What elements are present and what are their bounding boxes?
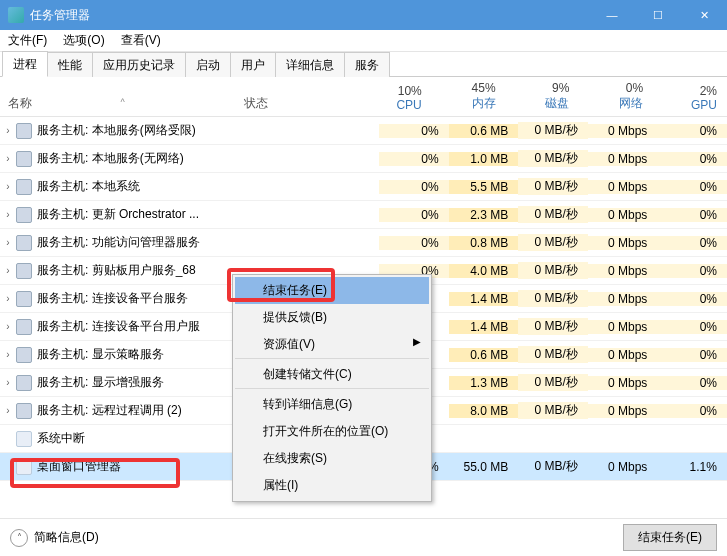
expand-icon[interactable]: › bbox=[0, 265, 16, 276]
network-value: 0 Mbps bbox=[588, 320, 658, 334]
network-value: 0 Mbps bbox=[588, 208, 658, 222]
window-title: 任务管理器 bbox=[30, 7, 589, 24]
memory-label: 内存 bbox=[472, 95, 496, 112]
tab-3[interactable]: 启动 bbox=[185, 52, 231, 77]
process-icon bbox=[16, 179, 32, 195]
tab-0[interactable]: 进程 bbox=[2, 51, 48, 77]
process-icon bbox=[16, 263, 32, 279]
context-menu-item[interactable]: 创建转储文件(C) bbox=[235, 361, 429, 389]
network-value: 0 Mbps bbox=[588, 124, 658, 138]
cpu-value: 0% bbox=[379, 236, 449, 250]
expand-icon[interactable]: › bbox=[0, 125, 16, 136]
context-menu-item[interactable]: 资源值(V)▶ bbox=[235, 331, 429, 359]
column-disk[interactable]: 9%磁盘 bbox=[506, 79, 580, 114]
context-menu-item[interactable]: 属性(I) bbox=[235, 472, 429, 499]
disk-value: 0 MB/秒 bbox=[518, 234, 588, 251]
expand-icon[interactable]: › bbox=[0, 293, 16, 304]
gpu-percent: 2% bbox=[700, 84, 717, 98]
process-name: 服务主机: 功能访问管理器服务 bbox=[37, 234, 263, 251]
column-status[interactable]: 状态 bbox=[242, 93, 358, 114]
expand-icon[interactable]: › bbox=[0, 377, 16, 388]
tab-1[interactable]: 性能 bbox=[47, 52, 93, 77]
memory-value: 8.0 MB bbox=[449, 404, 519, 418]
process-icon bbox=[16, 151, 32, 167]
process-row[interactable]: ›服务主机: 本地服务(无网络)0%1.0 MB0 MB/秒0 Mbps0% bbox=[0, 145, 727, 173]
submenu-arrow-icon: ▶ bbox=[413, 336, 421, 347]
memory-value: 0.6 MB bbox=[449, 348, 519, 362]
network-value: 0 Mbps bbox=[588, 292, 658, 306]
column-memory[interactable]: 45%内存 bbox=[432, 79, 506, 114]
disk-value: 0 MB/秒 bbox=[518, 290, 588, 307]
cpu-value: 0% bbox=[379, 124, 449, 138]
memory-value: 1.0 MB bbox=[449, 152, 519, 166]
sort-indicator-icon: ^ bbox=[120, 97, 121, 107]
tab-4[interactable]: 用户 bbox=[230, 52, 276, 77]
memory-percent: 45% bbox=[472, 81, 496, 95]
disk-percent: 9% bbox=[552, 81, 569, 95]
network-label: 网络 bbox=[619, 95, 643, 112]
column-headers: ^ 名称 状态 10%CPU 45%内存 9%磁盘 0%网络 2%GPU bbox=[0, 77, 727, 117]
gpu-value: 0% bbox=[657, 124, 727, 138]
expand-icon[interactable]: › bbox=[0, 237, 16, 248]
expand-icon[interactable]: › bbox=[0, 405, 16, 416]
context-menu-item[interactable]: 提供反馈(B) bbox=[235, 304, 429, 331]
memory-value: 1.4 MB bbox=[449, 320, 519, 334]
expand-icon[interactable]: › bbox=[0, 321, 16, 332]
expand-icon[interactable]: › bbox=[0, 209, 16, 220]
gpu-value: 0% bbox=[657, 376, 727, 390]
context-menu-item[interactable]: 转到详细信息(G) bbox=[235, 391, 429, 418]
network-value: 0 Mbps bbox=[588, 460, 658, 474]
maximize-button[interactable]: ☐ bbox=[635, 0, 681, 30]
process-icon bbox=[16, 403, 32, 419]
end-task-button[interactable]: 结束任务(E) bbox=[623, 524, 717, 551]
fewer-details-label[interactable]: 简略信息(D) bbox=[34, 529, 99, 546]
network-percent: 0% bbox=[626, 81, 643, 95]
network-value: 0 Mbps bbox=[588, 404, 658, 418]
process-name: 服务主机: 显示策略服务 bbox=[37, 346, 263, 363]
minimize-button[interactable]: — bbox=[589, 0, 635, 30]
column-network[interactable]: 0%网络 bbox=[579, 79, 653, 114]
memory-value: 0.6 MB bbox=[449, 124, 519, 138]
close-button[interactable]: ✕ bbox=[681, 0, 727, 30]
column-name-label: 名称 bbox=[8, 96, 32, 110]
expand-icon[interactable]: › bbox=[0, 153, 16, 164]
cpu-value: 0% bbox=[379, 208, 449, 222]
menu-view[interactable]: 查看(V) bbox=[113, 30, 169, 51]
context-menu-item[interactable]: 在线搜索(S) bbox=[235, 445, 429, 472]
column-cpu[interactable]: 10%CPU bbox=[358, 82, 432, 114]
disk-value: 0 MB/秒 bbox=[518, 318, 588, 335]
tab-5[interactable]: 详细信息 bbox=[275, 52, 345, 77]
process-name: 服务主机: 连接设备平台用户服 bbox=[37, 318, 263, 335]
expand-icon[interactable]: › bbox=[0, 181, 16, 192]
process-row[interactable]: ›服务主机: 本地系统0%5.5 MB0 MB/秒0 Mbps0% bbox=[0, 173, 727, 201]
fewer-details-icon[interactable]: ˄ bbox=[10, 529, 28, 547]
gpu-value: 0% bbox=[657, 292, 727, 306]
gpu-value: 0% bbox=[657, 404, 727, 418]
process-name: 服务主机: 显示增强服务 bbox=[37, 374, 263, 391]
menu-options[interactable]: 选项(O) bbox=[55, 30, 112, 51]
menu-file[interactable]: 文件(F) bbox=[0, 30, 55, 51]
disk-value: 0 MB/秒 bbox=[518, 402, 588, 419]
process-icon bbox=[16, 235, 32, 251]
disk-label: 磁盘 bbox=[545, 95, 569, 112]
column-gpu[interactable]: 2%GPU bbox=[653, 82, 727, 114]
context-menu-item[interactable]: 结束任务(E) bbox=[235, 277, 429, 304]
gpu-value: 0% bbox=[657, 264, 727, 278]
process-row[interactable]: ›服务主机: 功能访问管理器服务0%0.8 MB0 MB/秒0 Mbps0% bbox=[0, 229, 727, 257]
process-icon bbox=[16, 431, 32, 447]
tab-2[interactable]: 应用历史记录 bbox=[92, 52, 186, 77]
memory-value: 5.5 MB bbox=[449, 180, 519, 194]
context-menu-item[interactable]: 打开文件所在的位置(O) bbox=[235, 418, 429, 445]
process-name: 服务主机: 远程过程调用 (2) bbox=[37, 402, 263, 419]
network-value: 0 Mbps bbox=[588, 264, 658, 278]
gpu-value: 0% bbox=[657, 348, 727, 362]
gpu-value: 0% bbox=[657, 152, 727, 166]
column-name[interactable]: ^ 名称 bbox=[0, 93, 242, 114]
expand-icon[interactable]: › bbox=[0, 349, 16, 360]
process-row[interactable]: ›服务主机: 本地服务(网络受限)0%0.6 MB0 MB/秒0 Mbps0% bbox=[0, 117, 727, 145]
tab-6[interactable]: 服务 bbox=[344, 52, 390, 77]
process-row[interactable]: ›服务主机: 更新 Orchestrator ...0%2.3 MB0 MB/秒… bbox=[0, 201, 727, 229]
network-value: 0 Mbps bbox=[588, 376, 658, 390]
network-value: 0 Mbps bbox=[588, 236, 658, 250]
memory-value: 2.3 MB bbox=[449, 208, 519, 222]
